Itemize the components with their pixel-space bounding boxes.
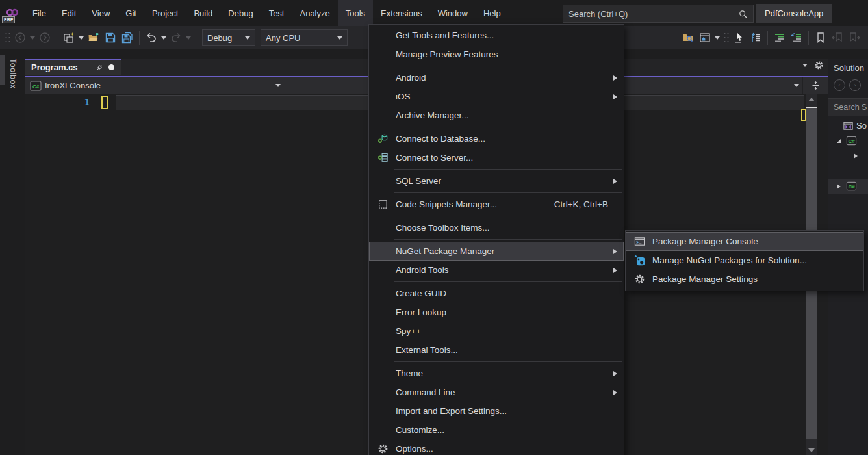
dropdown-caret-icon[interactable] [713,29,721,46]
project-dropdown[interactable]: IronXLConsole [45,81,101,90]
caret-glyph [337,36,342,40]
menubar-item-window[interactable]: Window [430,0,476,26]
menubar-item-file[interactable]: File [25,0,54,26]
toolbox-tab[interactable]: Toolbox [5,58,21,118]
nuget-submenu-item-package-manager-console[interactable]: Package Manager Console [626,232,863,251]
nuget-submenu-item-package-manager-settings[interactable]: Package Manager Settings [626,270,863,289]
tools-menu-item-command-line[interactable]: Command Line [369,383,624,402]
save-all-button[interactable] [119,29,136,46]
tools-menu-item-spy[interactable]: Spy++ [369,322,624,341]
nav-back-button [12,29,29,46]
prev-bookmark-button [829,29,846,46]
expander-glyph [854,153,858,159]
tools-menu-item-sql-server[interactable]: SQL Server [369,172,624,190]
tools-menu-item-create-guid[interactable]: Create GUID [369,284,624,303]
forward-icon[interactable]: › [849,79,861,91]
solution-tree: SoC#C# [828,118,868,194]
toolbar-grip-handle[interactable] [722,31,729,45]
menubar-item-tools[interactable]: Tools [338,0,373,26]
caret-glyph [161,36,166,40]
solution-search-input[interactable]: Search S [828,98,868,116]
modified-dot-icon[interactable] [108,64,114,70]
menubar-item-edit[interactable]: Edit [54,0,84,26]
menu-icon-placeholder [377,49,389,60]
tools-menu-item-android[interactable]: Android [369,68,624,87]
pin-icon[interactable] [94,62,105,73]
tree-row[interactable]: C# [828,133,868,148]
find-in-files-button[interactable] [680,29,696,46]
collapsed-arrow-icon[interactable] [851,151,860,161]
menubar-item-view[interactable]: View [84,0,118,26]
back-icon[interactable]: ‹ [834,79,845,91]
tools-menu-item-code-snippets-manager[interactable]: Code Snippets Manager...Ctrl+K, Ctrl+B [369,195,624,214]
tree-row[interactable]: C# [828,179,868,194]
menu-separator [394,281,622,282]
visual-studio-logo-icon: PRE [0,0,25,26]
tab-program-cs[interactable]: Program.cs [25,58,121,75]
tools-menu-item-manage-preview-features[interactable]: Manage Preview Features [369,45,624,64]
collapsed-arrow-icon[interactable] [834,182,843,191]
title-bar: PRE FileEditViewGitProjectBuildDebugTest… [0,0,868,26]
scrollbar-change-marker [801,109,806,121]
solution-configurations-combo[interactable]: Debug [202,29,255,46]
navigate-home-button[interactable] [696,29,713,46]
format-outdent-button[interactable] [788,29,805,46]
solution-platforms-combo[interactable]: Any CPU [261,29,348,46]
menubar-item-test[interactable]: Test [261,0,292,26]
menubar-item-git[interactable]: Git [118,0,144,26]
format-indent-button[interactable] [771,29,788,46]
menu-item-label: Create GUID [396,289,446,298]
visual-studio-window: PRE FileEditViewGitProjectBuildDebugTest… [0,0,868,455]
code-snippets-icon [377,199,389,210]
menu-item-label: Code Snippets Manager... [396,200,497,209]
scroll-up-icon[interactable] [808,98,815,101]
tools-menu-item-theme[interactable]: Theme [369,364,624,383]
svg-text:C#: C# [848,138,855,144]
bookmark-button[interactable] [812,29,829,46]
undo-button[interactable] [143,29,160,46]
document-list-caret-icon[interactable] [802,64,808,67]
menubar-item-debug[interactable]: Debug [220,0,261,26]
dropdown-caret-icon[interactable] [160,29,168,46]
new-project-button[interactable] [60,29,77,46]
project-dropdown-caret-icon[interactable] [275,84,281,87]
tools-menu-item-choose-toolbox-items[interactable]: Choose Toolbox Items... [369,218,624,237]
tree-row[interactable]: So [828,118,868,133]
tools-menu-item-archive-manager[interactable]: Archive Manager... [369,106,624,125]
menubar-item-extensions[interactable]: Extensions [373,0,430,26]
submenu-arrow-icon [613,249,617,254]
menu-icon-placeholder [377,326,389,337]
tools-menu-item-get-tools-and-features[interactable]: Get Tools and Features... [369,26,624,45]
tools-menu-item-import-and-export-settings[interactable]: Import and Export Settings... [369,402,624,421]
editor-options-gear-icon[interactable] [814,60,824,70]
scroll-down-icon[interactable] [808,448,815,452]
toolbar-grip-handle[interactable] [4,31,10,45]
tools-menu-item-nuget-package-manager[interactable]: NuGet Package Manager [369,242,624,261]
dropdown-caret-icon[interactable] [77,29,85,46]
menubar-item-build[interactable]: Build [186,0,220,26]
member-dropdown-caret-icon[interactable] [794,84,799,87]
tools-menu-item-options[interactable]: Options... [369,439,624,455]
submenu-arrow-icon [613,94,617,99]
tree-row[interactable] [828,148,868,163]
select-pointer-button[interactable] [730,29,747,46]
menubar-item-project[interactable]: Project [144,0,186,26]
tools-menu-item-error-lookup[interactable]: Error Lookup [369,303,624,322]
split-window-icon[interactable] [802,77,828,94]
tools-menu-item-connect-to-database[interactable]: Connect to Database... [369,129,624,148]
tools-menu-item-ios[interactable]: iOS [369,87,624,106]
nuget-submenu-item-manage-nuget-packages-for-solution[interactable]: Manage NuGet Packages for Solution... [626,251,863,270]
tools-menu-item-customize[interactable]: Customize... [369,421,624,439]
csharp-project-icon: C# [846,181,857,192]
expanded-arrow-icon[interactable] [834,136,843,146]
open-folder-button[interactable] [85,29,102,46]
menubar-item-help[interactable]: Help [476,0,509,26]
tools-menu-item-android-tools[interactable]: Android Tools [369,261,624,280]
copy-structure-button[interactable] [747,29,764,46]
account-button[interactable]: PdfConsoleApp [756,4,832,23]
tools-menu-item-external-tools[interactable]: External Tools... [369,341,624,359]
save-button[interactable] [102,29,119,46]
tools-menu-item-connect-to-server[interactable]: Connect to Server... [369,148,624,167]
menubar-item-analyze[interactable]: Analyze [292,0,337,26]
quick-search-box[interactable]: Search (Ctrl+Q) [563,5,754,23]
